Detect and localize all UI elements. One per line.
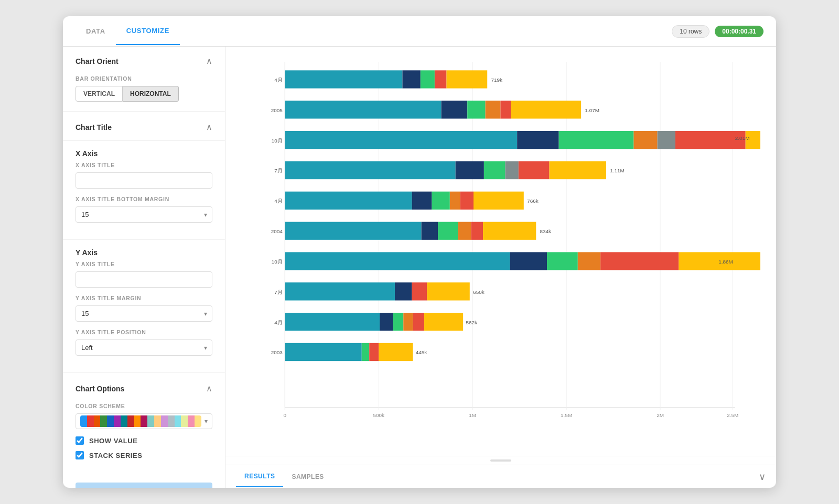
svg-rect-89 <box>379 343 413 361</box>
svg-rect-18 <box>435 70 447 88</box>
stack-series-checkbox[interactable] <box>76 451 84 459</box>
bar-orientation-toggle: VERTICAL HORIZONTAL <box>76 86 212 102</box>
svg-text:500k: 500k <box>373 412 384 418</box>
y-axis-margin-group: Y AXIS TITLE MARGIN 15 <box>76 295 212 322</box>
y-axis-title-group: Y AXIS TITLE <box>76 261 212 288</box>
svg-rect-16 <box>402 70 420 88</box>
svg-rect-73 <box>395 282 412 300</box>
svg-rect-52 <box>460 192 474 210</box>
color-swatch <box>94 415 101 427</box>
show-value-label: SHOW VALUE <box>89 437 137 445</box>
chevron-chart-title-icon: ∧ <box>206 122 212 132</box>
svg-rect-49 <box>412 192 432 210</box>
svg-text:10月: 10月 <box>272 138 283 144</box>
collapse-icon[interactable]: ∨ <box>759 472 766 482</box>
svg-rect-30 <box>285 131 517 149</box>
btn-horizontal[interactable]: HORIZONTAL <box>123 86 179 102</box>
color-swatch <box>175 415 181 427</box>
svg-text:2004: 2004 <box>271 228 283 234</box>
svg-text:7月: 7月 <box>274 168 283 173</box>
color-scheme-selector[interactable]: ▾ <box>76 413 212 429</box>
section-chart-options[interactable]: Chart Options ∧ <box>63 374 225 401</box>
svg-text:4月: 4月 <box>274 77 283 83</box>
sidebar: Chart Orient ∧ BAR ORIENTATION VERTICAL … <box>63 47 225 488</box>
x-axis-margin-select[interactable]: 15 <box>76 206 212 223</box>
svg-text:650k: 650k <box>473 289 485 295</box>
svg-rect-53 <box>474 192 524 210</box>
section-chart-title-label: Chart Title <box>76 123 112 132</box>
tab-samples[interactable]: SAMPLES <box>283 467 332 487</box>
svg-text:10月: 10月 <box>272 259 283 265</box>
tab-customize[interactable]: CUSTOMIZE <box>116 17 180 45</box>
svg-text:1.5M: 1.5M <box>561 412 572 418</box>
rows-badge: 10 rows <box>672 25 709 38</box>
tab-results[interactable]: RESULTS <box>236 466 283 487</box>
svg-rect-57 <box>422 222 438 239</box>
x-axis-section: X Axis X AXIS TITLE X AXIS TITLE BOTTOM … <box>63 142 225 238</box>
color-swatch <box>87 415 94 427</box>
x-axis-title: X Axis <box>76 149 98 158</box>
svg-text:2003: 2003 <box>271 349 283 355</box>
svg-rect-50 <box>432 192 449 210</box>
svg-rect-45 <box>550 161 606 179</box>
color-swatch <box>161 415 168 427</box>
color-swatch <box>127 415 134 427</box>
svg-rect-51 <box>450 192 460 210</box>
svg-rect-79 <box>380 313 393 331</box>
x-axis-header: X Axis <box>76 144 212 162</box>
x-axis-title-label: X AXIS TITLE <box>76 162 212 168</box>
y-axis-section: Y Axis Y AXIS TITLE Y AXIS TITLE MARGIN … <box>63 241 225 371</box>
svg-text:766k: 766k <box>527 198 539 204</box>
svg-rect-83 <box>424 313 463 331</box>
svg-text:445k: 445k <box>416 349 427 355</box>
x-axis-title-input[interactable] <box>76 172 212 189</box>
chevron-chart-options-icon: ∧ <box>206 384 212 393</box>
svg-rect-59 <box>458 222 471 239</box>
svg-rect-43 <box>505 161 519 179</box>
bar-chart: 0 500k 1M 1.5M 2M 2.5M <box>236 57 760 445</box>
svg-rect-67 <box>578 252 600 270</box>
svg-rect-88 <box>369 343 379 361</box>
svg-rect-33 <box>633 131 657 149</box>
svg-rect-48 <box>285 192 412 210</box>
svg-rect-80 <box>393 313 403 331</box>
y-axis-title-label-sm: Y AXIS TITLE <box>76 261 212 267</box>
svg-text:719k: 719k <box>491 77 502 83</box>
color-swatch <box>107 415 114 427</box>
y-axis-title-input[interactable] <box>76 271 212 288</box>
bottom-tabs: RESULTS SAMPLES ∨ <box>225 465 776 488</box>
show-value-checkbox[interactable] <box>76 436 84 445</box>
svg-text:2005: 2005 <box>271 107 283 113</box>
svg-rect-19 <box>447 70 488 88</box>
svg-rect-61 <box>483 222 536 239</box>
svg-text:1M: 1M <box>469 412 476 418</box>
section-chart-orient[interactable]: Chart Orient ∧ <box>63 47 225 73</box>
svg-rect-15 <box>285 70 402 88</box>
y-axis-position-select[interactable]: Left Right Center <box>76 339 212 356</box>
stack-series-row: STACK SERIES <box>76 451 212 459</box>
tab-data[interactable]: DATA <box>76 18 116 45</box>
x-axis-title-group: X AXIS TITLE <box>76 162 212 189</box>
svg-text:2.5M: 2.5M <box>727 412 738 418</box>
color-swatch <box>188 415 195 427</box>
btn-vertical[interactable]: VERTICAL <box>76 86 123 102</box>
svg-rect-40 <box>285 161 455 179</box>
update-chart-button[interactable]: UPDATE CHART <box>76 483 212 488</box>
color-swatch <box>121 415 127 427</box>
svg-text:1.07M: 1.07M <box>585 107 599 113</box>
show-value-row: SHOW VALUE <box>76 436 212 445</box>
svg-text:834k: 834k <box>540 228 552 234</box>
color-scheme-chevron-icon: ▾ <box>205 418 208 425</box>
section-chart-options-body: COLOR SCHEME <box>63 401 225 474</box>
svg-text:4月: 4月 <box>274 320 283 325</box>
svg-rect-31 <box>517 131 559 149</box>
y-axis-margin-select[interactable]: 15 <box>76 305 212 322</box>
section-chart-options-title: Chart Options <box>76 385 124 393</box>
timer-badge: 00:00:00.31 <box>715 26 763 37</box>
svg-text:7月: 7月 <box>274 289 283 295</box>
svg-rect-87 <box>362 343 369 361</box>
section-chart-title[interactable]: Chart Title ∧ <box>63 113 225 139</box>
section-chart-orient-title: Chart Orient <box>76 57 119 65</box>
svg-rect-56 <box>285 222 421 239</box>
color-swatch <box>181 415 188 427</box>
